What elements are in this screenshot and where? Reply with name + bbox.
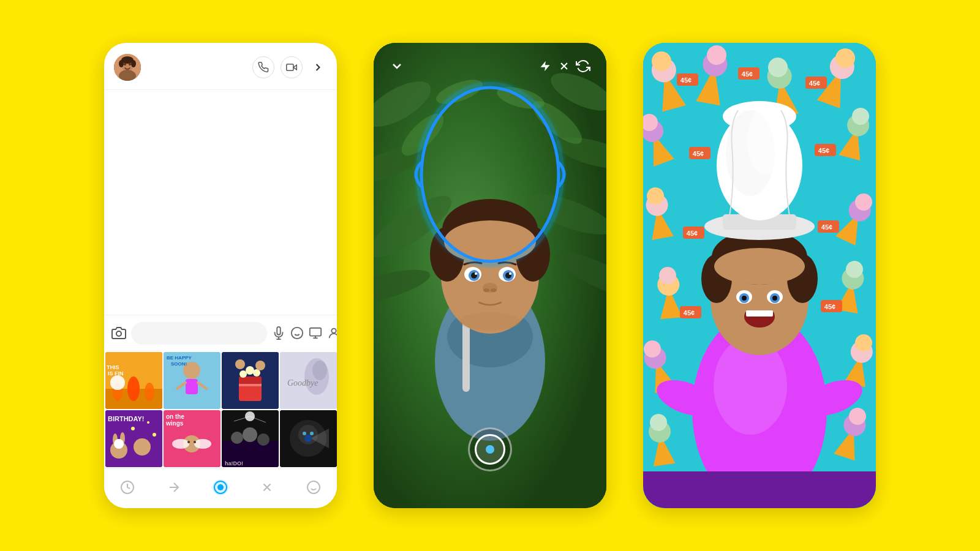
back-button[interactable] xyxy=(386,55,408,77)
svg-point-38 xyxy=(253,369,260,377)
flash-button[interactable] xyxy=(534,55,556,77)
bitmoji-button[interactable] xyxy=(327,323,337,343)
svg-point-77 xyxy=(310,432,314,435)
svg-point-124 xyxy=(459,312,521,331)
nav-emoji[interactable] xyxy=(303,476,325,498)
expand-button[interactable] xyxy=(309,58,327,77)
svg-text:on the: on the xyxy=(166,413,184,420)
sticker-animated-dark-2[interactable] xyxy=(280,410,337,467)
svg-point-129 xyxy=(421,88,559,261)
svg-point-53 xyxy=(131,427,135,430)
svg-rect-210 xyxy=(746,310,773,317)
svg-point-84 xyxy=(217,484,224,490)
svg-point-54 xyxy=(147,421,149,424)
sticker-be-happy-soon[interactable]: BE HAPPY SOON! xyxy=(164,352,221,409)
svg-point-17 xyxy=(331,329,336,333)
svg-rect-9 xyxy=(287,64,293,71)
svg-point-216 xyxy=(747,107,784,174)
svg-rect-39 xyxy=(239,384,262,386)
mic-button[interactable] xyxy=(272,323,285,343)
svg-point-123 xyxy=(491,288,497,292)
chat-body xyxy=(104,90,337,315)
svg-text:45¢: 45¢ xyxy=(693,150,704,157)
nav-recents[interactable] xyxy=(116,476,138,498)
capture-button[interactable] xyxy=(468,427,512,471)
svg-point-60 xyxy=(172,439,189,449)
flip-camera-button[interactable] xyxy=(572,55,594,77)
svg-text:45¢: 45¢ xyxy=(684,309,695,317)
svg-point-41 xyxy=(255,361,265,370)
svg-text:45¢: 45¢ xyxy=(687,230,698,237)
svg-point-68 xyxy=(243,427,257,442)
svg-text:45¢: 45¢ xyxy=(824,303,835,310)
svg-point-206 xyxy=(742,296,747,301)
svg-point-79 xyxy=(304,435,312,442)
svg-point-201 xyxy=(714,248,805,285)
svg-rect-16 xyxy=(310,328,321,336)
svg-point-6 xyxy=(119,60,124,67)
camera-top-right xyxy=(534,55,594,77)
svg-rect-107 xyxy=(462,318,470,392)
sticker-button[interactable] xyxy=(309,323,322,343)
nav-close[interactable] xyxy=(256,476,278,498)
teal-background: 45¢ 45¢ 45¢ 45¢ 45¢ 45¢ xyxy=(643,43,876,508)
svg-point-128 xyxy=(418,84,562,265)
svg-text:IS FIN: IS FIN xyxy=(108,370,124,377)
svg-point-13 xyxy=(292,328,303,339)
camera-button[interactable] xyxy=(111,321,126,345)
svg-text:SOON!: SOON! xyxy=(171,361,187,367)
chat-input[interactable] xyxy=(131,322,267,345)
svg-text:Goodbye: Goodbye xyxy=(287,378,318,388)
chat-screen-phone: THIS IS FIN BE HAPPY SOON! xyxy=(104,43,337,508)
svg-text:BIRTHDAY!: BIRTHDAY! xyxy=(108,415,145,422)
svg-text:45¢: 45¢ xyxy=(680,77,692,84)
capture-instruction xyxy=(374,408,606,410)
cameo-camera-screen xyxy=(374,43,606,508)
chat-header xyxy=(104,43,337,90)
svg-point-66 xyxy=(231,432,243,444)
face-oval-outline xyxy=(404,77,576,287)
svg-point-87 xyxy=(307,481,320,493)
flash-x-icon xyxy=(559,61,570,72)
svg-point-61 xyxy=(194,439,211,449)
svg-point-36 xyxy=(239,370,247,378)
svg-point-52 xyxy=(134,438,151,455)
sticker-goodbye[interactable]: Goodbye xyxy=(280,352,337,409)
svg-text:45¢: 45¢ xyxy=(809,80,820,87)
sticker-birthday[interactable]: BIRTHDAY! xyxy=(105,410,162,467)
svg-text:ha!DO!: ha!DO! xyxy=(225,460,243,467)
nav-cameos-active[interactable] xyxy=(209,476,232,498)
svg-marker-125 xyxy=(541,61,550,72)
sticker-animated-dark-1[interactable]: ha!DO! xyxy=(222,410,279,467)
svg-point-10 xyxy=(116,331,121,336)
svg-point-122 xyxy=(483,288,489,292)
cameo-result-screen: 45¢ 45¢ 45¢ 45¢ 45¢ 45¢ xyxy=(643,43,876,508)
phone-call-button[interactable] xyxy=(252,56,274,78)
svg-text:45¢: 45¢ xyxy=(821,223,832,231)
chat-action-buttons xyxy=(252,56,327,78)
svg-text:BE HAPPY: BE HAPPY xyxy=(167,355,192,361)
svg-point-63 xyxy=(194,441,196,443)
svg-point-21 xyxy=(127,377,140,401)
svg-point-7 xyxy=(131,60,136,67)
svg-text:THIS: THIS xyxy=(107,364,119,370)
sticker-grid: THIS IS FIN BE HAPPY SOON! xyxy=(104,351,337,468)
svg-point-40 xyxy=(235,359,245,369)
svg-rect-217 xyxy=(643,471,876,508)
svg-point-55 xyxy=(153,433,156,437)
sticker-on-the-wings[interactable]: on the wings xyxy=(164,410,221,467)
svg-point-22 xyxy=(145,383,154,401)
svg-point-76 xyxy=(303,432,306,435)
video-call-button[interactable] xyxy=(281,56,303,78)
avatar xyxy=(114,54,141,81)
emoji-button[interactable] xyxy=(290,323,304,343)
sticker-animated-1[interactable] xyxy=(222,352,279,409)
capture-button-container xyxy=(468,427,512,471)
sticker-this-is-fin[interactable]: THIS IS FIN xyxy=(105,352,162,409)
svg-point-23 xyxy=(110,375,125,390)
svg-point-62 xyxy=(187,441,190,443)
svg-point-37 xyxy=(246,366,254,375)
nav-send[interactable] xyxy=(163,476,185,498)
svg-point-207 xyxy=(772,296,777,301)
svg-point-67 xyxy=(257,433,270,446)
